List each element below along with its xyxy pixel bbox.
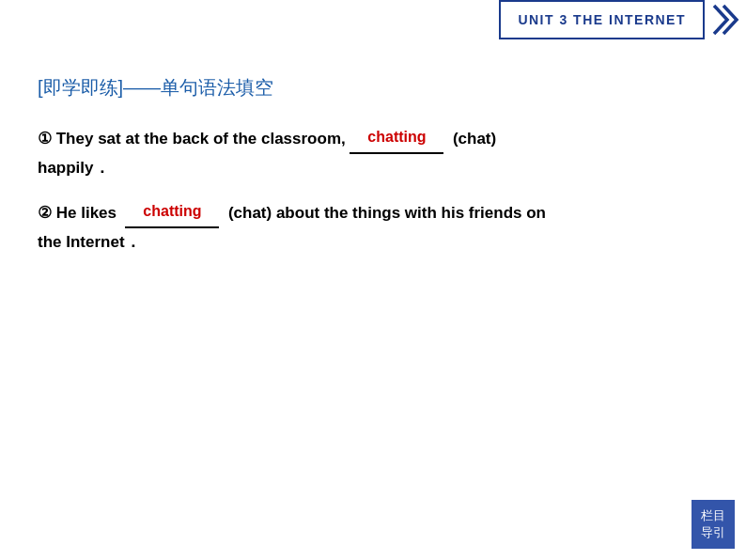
main-content: [即学即练]——单句语法填空 ① They sat at the back of… bbox=[38, 75, 708, 272]
sentence-2-number: ② bbox=[38, 204, 52, 222]
sentence-2-continuation: the Internet． bbox=[38, 233, 141, 251]
sentence-2-before: He likes bbox=[56, 204, 117, 222]
nav-line1: 栏目 bbox=[701, 507, 725, 524]
sentence-1-continuation: happily． bbox=[38, 159, 110, 177]
sentence-1-number: ① bbox=[38, 130, 52, 148]
unit-title-box: UNIT 3 THE INTERNET bbox=[499, 0, 705, 39]
header: UNIT 3 THE INTERNET bbox=[499, 0, 746, 39]
sentence-2-hint: (chat) about the things with his friends… bbox=[228, 204, 546, 222]
sentence-2: ② He likes chatting (chat) about the thi… bbox=[38, 197, 708, 257]
sentence-1-before: They sat at the back of the classroom, bbox=[56, 130, 346, 148]
header-arrow bbox=[705, 0, 746, 39]
nav-line2: 导引 bbox=[701, 524, 725, 541]
sentence-1-hint: (chat) bbox=[453, 130, 496, 148]
sentence-1: ① They sat at the back of the classroom,… bbox=[38, 123, 708, 182]
unit-title: UNIT 3 THE INTERNET bbox=[518, 12, 686, 27]
sentence-1-blank: chatting bbox=[350, 123, 443, 154]
sentence-1-answer: chatting bbox=[367, 129, 426, 145]
bottom-nav-button[interactable]: 栏目 导引 bbox=[692, 500, 735, 549]
double-chevron-icon bbox=[710, 0, 740, 39]
sentence-2-blank: chatting bbox=[125, 197, 219, 228]
sentence-2-answer: chatting bbox=[143, 203, 201, 219]
section-title: [即学即练]——单句语法填空 bbox=[38, 75, 708, 101]
